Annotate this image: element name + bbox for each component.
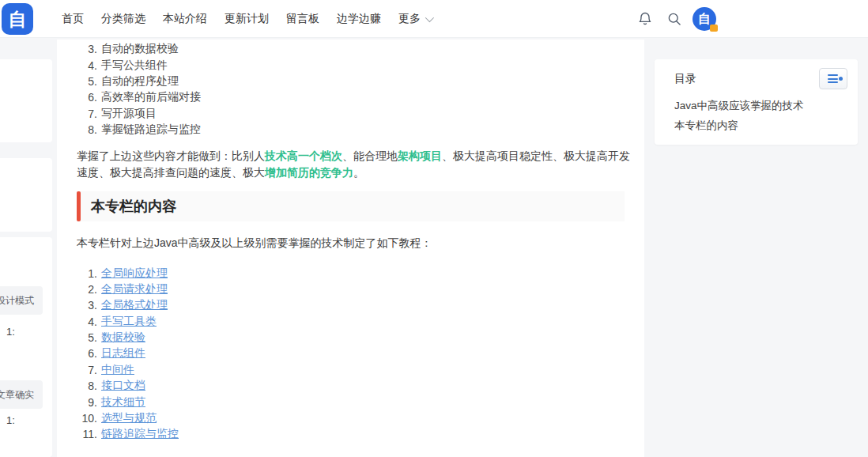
plain-text: 、能合理地 bbox=[342, 149, 398, 162]
highlighted-text: 技术高一个档次 bbox=[265, 149, 342, 162]
section-heading-title: 本专栏的内容 bbox=[91, 197, 176, 216]
nav-item[interactable]: 本站介绍 bbox=[163, 12, 207, 26]
toc-items: Java中高级应该掌握的技术本专栏的内容 bbox=[674, 96, 804, 135]
top-navbar: 自 首页分类筛选本站介绍更新计划留言板边学边赚 更多 自 bbox=[0, 0, 868, 38]
list-item: 6.高效率的前后端对接 bbox=[77, 89, 625, 105]
left-panel-tag[interactable]: 设计模式 bbox=[0, 286, 43, 315]
list-item-text: 写开源项目 bbox=[101, 107, 157, 121]
left-panel-card[interactable] bbox=[0, 59, 52, 142]
plain-text: 。 bbox=[353, 166, 364, 179]
nav-more-label: 更多 bbox=[398, 12, 421, 26]
list-item-number: 4. bbox=[77, 59, 97, 72]
left-panel-count: 1: bbox=[6, 414, 15, 426]
list-item: 4.手写公共组件 bbox=[77, 57, 625, 73]
course-link[interactable]: 链路追踪与监控 bbox=[101, 427, 179, 441]
toc-list-icon bbox=[828, 74, 840, 83]
toc-item[interactable]: 本专栏的内容 bbox=[674, 115, 804, 135]
list-item-number: 1. bbox=[77, 267, 97, 280]
list-item[interactable]: 5.数据校验 bbox=[77, 330, 625, 346]
list-item[interactable]: 4.手写工具类 bbox=[77, 314, 625, 330]
list-item-text: 高效率的前后端对接 bbox=[101, 90, 201, 104]
site-logo[interactable]: 自 bbox=[2, 3, 33, 35]
list-item[interactable]: 9.技术细节 bbox=[77, 394, 625, 410]
nav-menu: 首页分类筛选本站介绍更新计划留言板边学边赚 更多 bbox=[62, 0, 432, 38]
list-item-number: 11. bbox=[77, 428, 97, 440]
list-item[interactable]: 2.全局请求处理 bbox=[77, 281, 625, 297]
highlighted-text: 增加简历的竞争力 bbox=[265, 166, 353, 179]
list-item-number: 6. bbox=[77, 347, 97, 360]
list-item-number: 6. bbox=[77, 91, 97, 104]
left-panel-tag[interactable]: 文章确实 bbox=[0, 380, 43, 409]
page: 自 首页分类筛选本站介绍更新计划留言板边学边赚 更多 自 bbox=[0, 0, 868, 457]
list-item[interactable]: 3.全局格式处理 bbox=[77, 297, 625, 313]
list-item-number: 3. bbox=[77, 299, 97, 312]
toc-item[interactable]: Java中高级应该掌握的技术 bbox=[674, 96, 804, 115]
bell-icon[interactable] bbox=[637, 11, 653, 27]
list-item: 5.自动的程序处理 bbox=[77, 74, 625, 89]
section-heading-bar bbox=[77, 191, 81, 221]
list-item-number: 5. bbox=[77, 331, 97, 344]
list-item-number: 10. bbox=[77, 412, 97, 425]
skills-list: 3.自动的数据校验4.手写公共组件5.自动的程序处理6.高效率的前后端对接7.写… bbox=[77, 41, 625, 138]
list-item-number: 7. bbox=[77, 108, 97, 120]
list-item[interactable]: 6.日志组件 bbox=[77, 346, 625, 361]
course-link[interactable]: 全局格式处理 bbox=[101, 298, 168, 312]
nav-item[interactable]: 边学边赚 bbox=[337, 12, 381, 26]
toc-title: 目录 bbox=[674, 72, 696, 86]
list-item-number: 3. bbox=[77, 43, 97, 55]
list-item-number: 8. bbox=[77, 380, 97, 392]
list-item-number: 9. bbox=[77, 396, 97, 409]
course-link[interactable]: 选型与规范 bbox=[101, 411, 157, 425]
list-item-text: 掌握链路追踪与监控 bbox=[101, 123, 201, 137]
toc-toggle-button[interactable] bbox=[819, 68, 847, 89]
course-link[interactable]: 日志组件 bbox=[101, 346, 145, 361]
list-item-number: 5. bbox=[77, 75, 97, 88]
section-heading: 本专栏的内容 bbox=[77, 191, 625, 221]
nav-item-more[interactable]: 更多 bbox=[398, 12, 432, 26]
list-item-number: 7. bbox=[77, 364, 97, 376]
list-item[interactable]: 10.选型与规范 bbox=[77, 410, 625, 426]
highlighted-text: 架构项目 bbox=[398, 149, 442, 162]
search-icon[interactable] bbox=[666, 11, 682, 27]
toc-card: 目录 Java中高级应该掌握的技术本专栏的内容 bbox=[655, 59, 858, 145]
list-item: 7.写开源项目 bbox=[77, 106, 625, 122]
list-item[interactable]: 7.中间件 bbox=[77, 362, 625, 378]
nav-item[interactable]: 留言板 bbox=[286, 12, 319, 26]
course-links-list: 1.全局响应处理2.全局请求处理3.全局格式处理4.手写工具类5.数据校验6.日… bbox=[77, 265, 625, 442]
list-item-number: 2. bbox=[77, 283, 97, 296]
list-item[interactable]: 8.接口文档 bbox=[77, 378, 625, 394]
nav-item[interactable]: 分类筛选 bbox=[101, 12, 145, 26]
avatar-text: 自 bbox=[698, 11, 711, 28]
summary-paragraph: 掌握了上边这些内容才能做到：比别人技术高一个档次、能合理地架构项目、极大提高项目… bbox=[77, 148, 630, 181]
list-item[interactable]: 1.全局响应处理 bbox=[77, 265, 625, 281]
nav-item[interactable]: 首页 bbox=[62, 12, 84, 26]
list-item-text: 自动的程序处理 bbox=[101, 74, 179, 89]
list-item: 8.掌握链路追踪与监控 bbox=[77, 122, 625, 138]
user-avatar[interactable]: 自 bbox=[693, 7, 716, 31]
course-link[interactable]: 手写工具类 bbox=[101, 315, 157, 329]
left-panel-card: 设计模式 1: 文章确实 1: bbox=[0, 237, 52, 457]
course-link[interactable]: 技术细节 bbox=[101, 395, 145, 410]
plain-text: 掌握了上边这些内容才能做到：比别人 bbox=[77, 149, 265, 162]
list-item: 3.自动的数据校验 bbox=[77, 41, 625, 57]
list-item-number: 4. bbox=[77, 315, 97, 328]
course-link[interactable]: 接口文档 bbox=[101, 379, 145, 393]
course-link[interactable]: 全局响应处理 bbox=[101, 266, 168, 281]
avatar-badge bbox=[710, 25, 718, 32]
list-item[interactable]: 11.链路追踪与监控 bbox=[77, 426, 625, 442]
nav-item[interactable]: 更新计划 bbox=[225, 12, 269, 26]
list-item-text: 手写公共组件 bbox=[101, 59, 168, 73]
left-panel-card[interactable] bbox=[0, 158, 52, 232]
list-item-text: 自动的数据校验 bbox=[101, 42, 179, 56]
left-panel-count: 1: bbox=[6, 326, 15, 338]
course-link[interactable]: 数据校验 bbox=[101, 330, 145, 345]
course-link[interactable]: 中间件 bbox=[101, 363, 134, 377]
list-item-number: 8. bbox=[77, 123, 97, 136]
course-link[interactable]: 全局请求处理 bbox=[101, 282, 168, 296]
article-content: 3.自动的数据校验4.手写公共组件5.自动的程序处理6.高效率的前后端对接7.写… bbox=[57, 40, 644, 457]
chevron-down-icon bbox=[425, 13, 434, 22]
intro-paragraph: 本专栏针对上边Java中高级及以上级别需要掌握的技术制定了如下教程： bbox=[77, 236, 625, 251]
site-logo-text: 自 bbox=[9, 7, 27, 32]
